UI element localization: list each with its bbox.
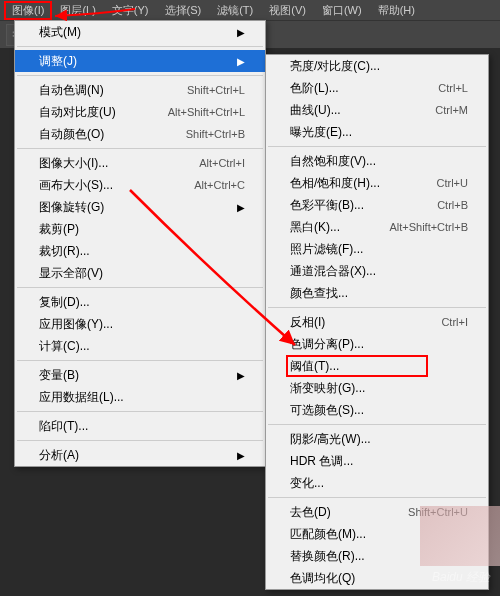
adjustments-menu-item[interactable]: 照片滤镜(F)... — [266, 238, 488, 260]
adjustments-menu-item[interactable]: 渐变映射(G)... — [266, 377, 488, 399]
image-menu-item[interactable]: 分析(A)▶ — [15, 444, 265, 466]
adjustments-menu-item[interactable]: 可选颜色(S)... — [266, 399, 488, 421]
menu-item-label: 自动色调(N) — [39, 82, 104, 99]
menu-separator — [17, 360, 263, 361]
image-menu-item[interactable]: 画布大小(S)...Alt+Ctrl+C — [15, 174, 265, 196]
menu-item-label: 黑白(K)... — [290, 219, 340, 236]
menu-separator — [17, 287, 263, 288]
menu-image[interactable]: 图像(I) — [4, 1, 52, 20]
menu-separator — [268, 146, 486, 147]
submenu-arrow-icon: ▶ — [237, 202, 245, 213]
adjustments-menu-item[interactable]: 色相/饱和度(H)...Ctrl+U — [266, 172, 488, 194]
menu-item-label: 色调均化(Q) — [290, 570, 355, 587]
menu-item-shortcut: Ctrl+U — [437, 177, 468, 189]
menu-separator — [17, 411, 263, 412]
adjustments-menu-item[interactable]: HDR 色调... — [266, 450, 488, 472]
menu-layer[interactable]: 图层(L) — [52, 1, 103, 20]
image-menu-item[interactable]: 自动对比度(U)Alt+Shift+Ctrl+L — [15, 101, 265, 123]
menu-item-label: 照片滤镜(F)... — [290, 241, 363, 258]
adjustments-menu-item[interactable]: 黑白(K)...Alt+Shift+Ctrl+B — [266, 216, 488, 238]
menu-item-label: 变化... — [290, 475, 324, 492]
menu-item-label: 色调分离(P)... — [290, 336, 364, 353]
menu-item-label: 显示全部(V) — [39, 265, 103, 282]
menu-item-shortcut: Ctrl+L — [438, 82, 468, 94]
menu-separator — [17, 148, 263, 149]
menu-select[interactable]: 选择(S) — [157, 1, 210, 20]
adjustments-menu-item[interactable]: 阴影/高光(W)... — [266, 428, 488, 450]
image-menu-item[interactable]: 陷印(T)... — [15, 415, 265, 437]
adjustments-menu-item[interactable]: 反相(I)Ctrl+I — [266, 311, 488, 333]
menu-filter[interactable]: 滤镜(T) — [209, 1, 261, 20]
image-menu-item[interactable]: 自动颜色(O)Shift+Ctrl+B — [15, 123, 265, 145]
adjustments-menu-item[interactable]: 阈值(T)... — [266, 355, 488, 377]
menu-item-label: 去色(D) — [290, 504, 331, 521]
menu-item-shortcut: Ctrl+M — [435, 104, 468, 116]
menu-item-label: 反相(I) — [290, 314, 325, 331]
menu-item-label: 模式(M) — [39, 24, 81, 41]
menu-item-label: 自动颜色(O) — [39, 126, 104, 143]
image-menu-item[interactable]: 图像大小(I)...Alt+Ctrl+I — [15, 152, 265, 174]
dropdown-menu-image: 模式(M)▶调整(J)▶自动色调(N)Shift+Ctrl+L自动对比度(U)A… — [14, 20, 266, 467]
menu-view[interactable]: 视图(V) — [261, 1, 314, 20]
adjustments-menu-item[interactable]: 亮度/对比度(C)... — [266, 55, 488, 77]
image-menu-item[interactable]: 变量(B)▶ — [15, 364, 265, 386]
image-menu-item[interactable]: 模式(M)▶ — [15, 21, 265, 43]
menu-item-label: 分析(A) — [39, 447, 79, 464]
menu-item-label: 曲线(U)... — [290, 102, 341, 119]
menu-item-label: 变量(B) — [39, 367, 79, 384]
menu-item-label: 图像旋转(G) — [39, 199, 104, 216]
menu-item-label: 曝光度(E)... — [290, 124, 352, 141]
adjustments-menu-item[interactable]: 曲线(U)...Ctrl+M — [266, 99, 488, 121]
image-menu-item[interactable]: 应用数据组(L)... — [15, 386, 265, 408]
menu-item-label: 匹配颜色(M)... — [290, 526, 366, 543]
image-menu-item[interactable]: 计算(C)... — [15, 335, 265, 357]
menu-item-shortcut: Alt+Shift+Ctrl+L — [168, 106, 245, 118]
image-menu-item[interactable]: 裁剪(P) — [15, 218, 265, 240]
menu-item-label: 色阶(L)... — [290, 80, 339, 97]
menu-item-label: 复制(D)... — [39, 294, 90, 311]
menu-item-label: 替换颜色(R)... — [290, 548, 365, 565]
menu-text[interactable]: 文字(Y) — [104, 1, 157, 20]
adjustments-menu-item[interactable]: 自然饱和度(V)... — [266, 150, 488, 172]
menu-item-label: 色彩平衡(B)... — [290, 197, 364, 214]
adjustments-menu-item[interactable]: 变化... — [266, 472, 488, 494]
image-menu-item[interactable]: 裁切(R)... — [15, 240, 265, 262]
menu-item-label: HDR 色调... — [290, 453, 353, 470]
menu-item-label: 应用数据组(L)... — [39, 389, 124, 406]
menu-item-label: 自动对比度(U) — [39, 104, 116, 121]
image-menu-item[interactable]: 图像旋转(G)▶ — [15, 196, 265, 218]
adjustments-menu-item[interactable]: 色调分离(P)... — [266, 333, 488, 355]
adjustments-menu-item[interactable]: 颜色查找... — [266, 282, 488, 304]
image-menu-item[interactable]: 显示全部(V) — [15, 262, 265, 284]
menu-help[interactable]: 帮助(H) — [370, 1, 423, 20]
menu-separator — [17, 440, 263, 441]
menu-item-label: 调整(J) — [39, 53, 77, 70]
menu-item-label: 阈值(T)... — [290, 358, 339, 375]
menu-item-label: 阴影/高光(W)... — [290, 431, 371, 448]
image-menu-item[interactable]: 自动色调(N)Shift+Ctrl+L — [15, 79, 265, 101]
adjustments-menu-item[interactable]: 色彩平衡(B)...Ctrl+B — [266, 194, 488, 216]
menu-item-label: 图像大小(I)... — [39, 155, 108, 172]
menu-item-label: 应用图像(Y)... — [39, 316, 113, 333]
submenu-arrow-icon: ▶ — [237, 56, 245, 67]
watermark: Baidu 经验 — [432, 569, 490, 586]
menubar: 图像(I) 图层(L) 文字(Y) 选择(S) 滤镜(T) 视图(V) 窗口(W… — [0, 0, 500, 20]
menu-item-label: 通道混合器(X)... — [290, 263, 376, 280]
adjustments-menu-item[interactable]: 色阶(L)...Ctrl+L — [266, 77, 488, 99]
menu-item-shortcut: Alt+Shift+Ctrl+B — [389, 221, 468, 233]
background-image-preview — [420, 506, 500, 566]
menu-item-shortcut: Shift+Ctrl+B — [186, 128, 245, 140]
menu-item-shortcut: Ctrl+B — [437, 199, 468, 211]
menu-item-shortcut: Ctrl+I — [441, 316, 468, 328]
menu-separator — [268, 497, 486, 498]
menu-item-label: 裁剪(P) — [39, 221, 79, 238]
adjustments-menu-item[interactable]: 曝光度(E)... — [266, 121, 488, 143]
menu-item-shortcut: Alt+Ctrl+C — [194, 179, 245, 191]
image-menu-item[interactable]: 复制(D)... — [15, 291, 265, 313]
menu-window[interactable]: 窗口(W) — [314, 1, 370, 20]
adjustments-menu-item[interactable]: 通道混合器(X)... — [266, 260, 488, 282]
menu-item-label: 画布大小(S)... — [39, 177, 113, 194]
image-menu-item[interactable]: 调整(J)▶ — [15, 50, 265, 72]
image-menu-item[interactable]: 应用图像(Y)... — [15, 313, 265, 335]
menu-item-label: 可选颜色(S)... — [290, 402, 364, 419]
